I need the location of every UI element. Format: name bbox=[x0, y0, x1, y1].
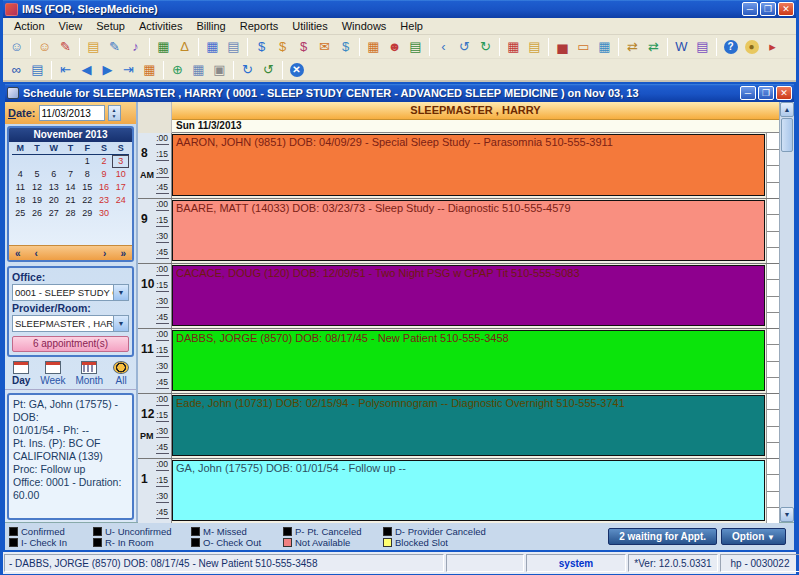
next-record-button[interactable]: ▶ bbox=[97, 60, 118, 80]
calendar-day-29[interactable]: 29 bbox=[79, 207, 96, 220]
globe-button[interactable]: ⊕ bbox=[167, 60, 188, 80]
calendar-day-8[interactable]: 8 bbox=[79, 168, 96, 181]
writeup-button[interactable]: ▤ bbox=[692, 37, 713, 57]
menu-view[interactable]: View bbox=[52, 19, 90, 33]
exit-button[interactable]: ▸ bbox=[762, 37, 783, 57]
view-week-button[interactable]: Week bbox=[40, 361, 65, 386]
date-spinner[interactable]: ▲▼ bbox=[108, 105, 121, 121]
office-select[interactable]: 0001 - SLEEP STUDY CE ▼ bbox=[12, 284, 129, 301]
close-window-button[interactable]: ✕ bbox=[286, 60, 307, 80]
dictation-button[interactable]: ♪ bbox=[125, 37, 146, 57]
minimize-button[interactable]: ─ bbox=[742, 2, 758, 16]
charge-button[interactable]: $ bbox=[251, 37, 272, 57]
calendar-day-4[interactable]: 4 bbox=[12, 168, 29, 181]
calendar-day-28[interactable]: 28 bbox=[62, 207, 79, 220]
progress-note-button[interactable]: ✎ bbox=[104, 37, 125, 57]
first-record-button[interactable]: ⇤ bbox=[55, 60, 76, 80]
calendar-day-2[interactable]: 2 bbox=[96, 155, 113, 168]
calendar-day-1[interactable]: 1 bbox=[79, 155, 96, 168]
calendar-note-button[interactable]: ▦ bbox=[202, 37, 223, 57]
option-button[interactable]: Option ▼ bbox=[721, 528, 786, 545]
last-record-button[interactable]: ⇥ bbox=[118, 60, 139, 80]
patient-lookup-button[interactable]: ☺ bbox=[6, 37, 27, 57]
back-arrow-button[interactable]: ‹ bbox=[433, 37, 454, 57]
calendar-day-21[interactable]: 21 bbox=[62, 194, 79, 207]
calendar-day-9[interactable]: 9 bbox=[96, 168, 113, 181]
appointment-block[interactable]: BAARE, MATT (14033) DOB: 03/23/73 - Slee… bbox=[172, 200, 765, 261]
calendar-day-24[interactable]: 24 bbox=[112, 194, 129, 207]
calendar-day-3[interactable]: 3 bbox=[112, 155, 129, 168]
chevron-down-icon[interactable]: ▼ bbox=[113, 316, 128, 331]
folder-chart-button[interactable]: ▤ bbox=[524, 37, 545, 57]
menu-billing[interactable]: Billing bbox=[189, 19, 232, 33]
letter-button[interactable]: ▤ bbox=[405, 37, 426, 57]
statement-mail-button[interactable]: ✉ bbox=[314, 37, 335, 57]
menu-action[interactable]: Action bbox=[7, 19, 52, 33]
calendar-next-year-button[interactable]: » bbox=[120, 248, 126, 259]
lock-button[interactable]: ● bbox=[741, 37, 762, 57]
appointment-block[interactable]: Eade, John (10731) DOB: 02/15/94 - Polys… bbox=[172, 395, 765, 456]
payment-button[interactable]: $ bbox=[272, 37, 293, 57]
appointment-block[interactable]: GA, John (17575) DOB: 01/01/54 - Follow … bbox=[172, 460, 765, 521]
calendar-day-16[interactable]: 16 bbox=[96, 181, 113, 194]
calendar-day-23[interactable]: 23 bbox=[96, 194, 113, 207]
calendar-day-5[interactable]: 5 bbox=[29, 168, 46, 181]
sync-button[interactable]: ↻ bbox=[475, 37, 496, 57]
calendar-next-month-button[interactable]: › bbox=[103, 248, 106, 259]
close-button[interactable]: ✕ bbox=[778, 2, 794, 16]
menu-setup[interactable]: Setup bbox=[89, 19, 132, 33]
word-export-button[interactable]: W bbox=[671, 37, 692, 57]
schedule-minimize-button[interactable]: ─ bbox=[740, 86, 756, 100]
help-button[interactable]: ? bbox=[720, 37, 741, 57]
calendar-clock-button[interactable]: ▦ bbox=[503, 37, 524, 57]
scroll-up-icon[interactable]: ▲ bbox=[780, 102, 794, 117]
previous-record-button[interactable]: ◀ bbox=[76, 60, 97, 80]
calendar-day-7[interactable]: 7 bbox=[62, 168, 79, 181]
calendar-day-15[interactable]: 15 bbox=[79, 181, 96, 194]
scrollbar-track[interactable] bbox=[780, 153, 794, 507]
vertical-scrollbar[interactable]: ▲ ▼ bbox=[779, 102, 794, 522]
appointment-block[interactable]: CACACE, DOUG (120) DOB: 12/09/51 - Two N… bbox=[172, 265, 765, 326]
calendar-day-14[interactable]: 14 bbox=[62, 181, 79, 194]
import-button[interactable]: ⇄ bbox=[622, 37, 643, 57]
billing-transfer-button[interactable]: $ bbox=[335, 37, 356, 57]
view-day-button[interactable]: Day bbox=[12, 361, 30, 386]
calendar-day-17[interactable]: 17 bbox=[112, 181, 129, 194]
rotate-button[interactable]: ↺ bbox=[454, 37, 475, 57]
menu-windows[interactable]: Windows bbox=[335, 19, 394, 33]
calendar-day-25[interactable]: 25 bbox=[12, 207, 29, 220]
image-button[interactable]: ▣ bbox=[209, 60, 230, 80]
chevron-down-icon[interactable]: ▼ bbox=[113, 285, 128, 300]
calendar-day-19[interactable]: 19 bbox=[29, 194, 46, 207]
view-all-button[interactable]: All bbox=[113, 361, 129, 386]
export-button[interactable]: ⇄ bbox=[643, 37, 664, 57]
clipboard-button[interactable]: ▦ bbox=[153, 37, 174, 57]
menu-help[interactable]: Help bbox=[393, 19, 430, 33]
appointment-block[interactable]: DABBS, JORGE (8570) DOB: 08/17/45 - New … bbox=[172, 330, 765, 391]
print-preview-button[interactable]: ▤ bbox=[27, 60, 48, 80]
staff-button[interactable]: ☻ bbox=[384, 37, 405, 57]
grid-button[interactable]: ▦ bbox=[363, 37, 384, 57]
calendar-day-22[interactable]: 22 bbox=[79, 194, 96, 207]
patient-edit-button[interactable]: ✎ bbox=[55, 37, 76, 57]
document-button[interactable]: ▤ bbox=[223, 37, 244, 57]
calendar-day-13[interactable]: 13 bbox=[45, 181, 62, 194]
provider-select[interactable]: SLEEPMASTER , HARR ▼ bbox=[12, 315, 129, 332]
menu-activities[interactable]: Activities bbox=[132, 19, 189, 33]
patient-add-button[interactable]: ☺ bbox=[34, 37, 55, 57]
waiting-appointments-button[interactable]: 2 waiting for Appt. bbox=[608, 528, 717, 545]
calendar-prev-year-button[interactable]: « bbox=[15, 248, 21, 259]
scroll-down-icon[interactable]: ▼ bbox=[780, 507, 794, 522]
refresh-all-button[interactable]: ↺ bbox=[258, 60, 279, 80]
refresh-button[interactable]: ↻ bbox=[237, 60, 258, 80]
calendar-day-12[interactable]: 12 bbox=[29, 181, 46, 194]
calendar-day-30[interactable]: 30 bbox=[96, 207, 113, 220]
appointment-block[interactable]: AARON, JOHN (9851) DOB: 04/09/29 - Speci… bbox=[172, 134, 765, 196]
schedule-restore-button[interactable]: ❐ bbox=[758, 86, 774, 100]
calendar-day-20[interactable]: 20 bbox=[45, 194, 62, 207]
notes-button[interactable]: ▦ bbox=[594, 37, 615, 57]
calendar-prev-month-button[interactable]: ‹ bbox=[35, 248, 38, 259]
schedule-close-button[interactable]: ✕ bbox=[776, 86, 792, 100]
id-card-button[interactable]: ▭ bbox=[573, 37, 594, 57]
lab-flask-button[interactable]: Δ bbox=[174, 37, 195, 57]
